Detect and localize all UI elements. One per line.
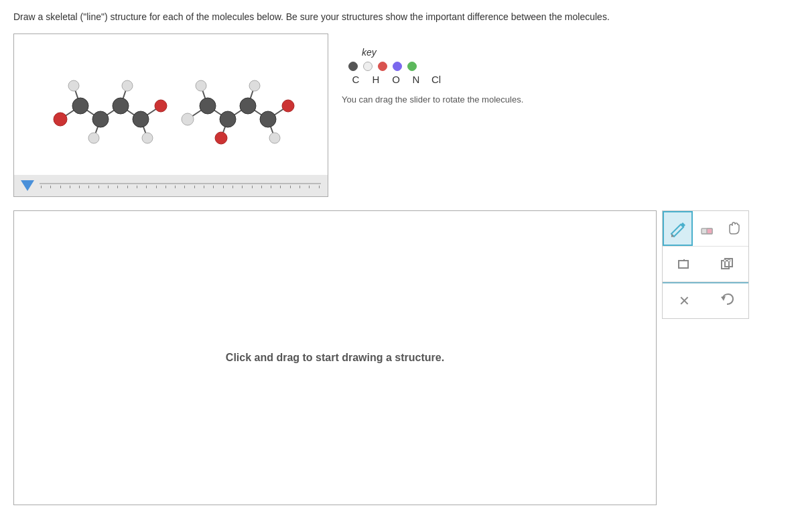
- key-labels: C H O N Cl: [348, 74, 444, 85]
- toolbar-row-2: [663, 247, 748, 282]
- svg-rect-39: [707, 228, 712, 234]
- eraser-icon: [697, 219, 716, 238]
- top-section: key C H O N Cl You can drag the slider t…: [13, 34, 791, 197]
- svg-point-15: [68, 80, 79, 91]
- slider-icon: [21, 180, 34, 191]
- svg-point-31: [200, 98, 216, 114]
- label-h: H: [368, 74, 383, 85]
- molecule-svg: [23, 39, 318, 170]
- svg-point-29: [282, 100, 294, 112]
- template-icon: [718, 255, 736, 273]
- svg-point-14: [133, 111, 149, 127]
- instructions-text: Draw a skeletal ("line") structure for e…: [13, 11, 791, 24]
- dot-oxygen: [378, 62, 387, 71]
- label-c: C: [348, 74, 363, 85]
- toolbar: ✕: [662, 210, 749, 319]
- svg-point-10: [155, 100, 167, 112]
- label-n: N: [409, 74, 423, 85]
- bottom-section: Click and drag to start drawing a struct…: [13, 210, 791, 505]
- pencil-button[interactable]: [663, 211, 693, 246]
- eraser-button[interactable]: [693, 211, 720, 246]
- svg-point-33: [240, 98, 256, 114]
- delete-icon: ✕: [679, 293, 690, 309]
- svg-marker-47: [721, 296, 726, 301]
- svg-point-45: [724, 259, 726, 262]
- svg-point-9: [54, 113, 67, 126]
- hand-button[interactable]: [721, 211, 748, 246]
- slider-track[interactable]: [40, 183, 321, 184]
- svg-point-32: [220, 111, 236, 127]
- svg-point-11: [72, 98, 88, 114]
- page: Draw a skeletal ("line") structure for e…: [0, 0, 804, 516]
- dot-chlorine: [407, 62, 417, 71]
- slider-ticks: [40, 186, 321, 188]
- svg-point-13: [113, 98, 129, 114]
- svg-point-37: [269, 133, 280, 143]
- rectangle-button[interactable]: [663, 247, 706, 281]
- svg-point-18: [142, 133, 153, 143]
- toolbar-row-3: ✕: [663, 283, 748, 318]
- drag-hint: You can drag the slider to rotate the mo…: [342, 94, 523, 105]
- key-and-hint: key C H O N Cl You can drag the slider t…: [342, 40, 523, 105]
- pencil-icon: [669, 219, 687, 238]
- molecule-viewer: [13, 34, 328, 197]
- key-panel: key C H O N Cl: [342, 47, 523, 85]
- molecule-canvas: [14, 34, 328, 175]
- key-title: key: [362, 47, 377, 58]
- drawing-area[interactable]: Click and drag to start drawing a struct…: [13, 210, 657, 505]
- svg-point-36: [249, 80, 260, 91]
- svg-point-17: [122, 80, 133, 91]
- toolbar-row-1: [663, 211, 748, 247]
- label-o: O: [389, 74, 403, 85]
- key-dots: [348, 62, 417, 71]
- svg-point-16: [88, 133, 99, 143]
- hand-icon: [725, 219, 744, 238]
- dot-hydrogen: [363, 62, 373, 71]
- svg-rect-41: [679, 261, 688, 268]
- svg-point-46: [728, 259, 730, 262]
- dot-nitrogen: [393, 62, 402, 71]
- undo-button[interactable]: [706, 283, 748, 318]
- svg-point-34: [260, 111, 276, 127]
- delete-button[interactable]: ✕: [663, 283, 706, 318]
- template-button[interactable]: [706, 247, 748, 281]
- label-cl: Cl: [429, 74, 444, 85]
- rectangle-icon: [675, 255, 693, 273]
- svg-point-35: [196, 80, 206, 91]
- slider-container[interactable]: [14, 175, 328, 196]
- drawing-hint: Click and drag to start drawing a struct…: [226, 352, 444, 364]
- svg-point-28: [215, 132, 227, 144]
- svg-point-12: [92, 111, 109, 127]
- dot-carbon: [348, 62, 358, 71]
- undo-icon: [718, 291, 736, 310]
- svg-point-30: [182, 113, 194, 125]
